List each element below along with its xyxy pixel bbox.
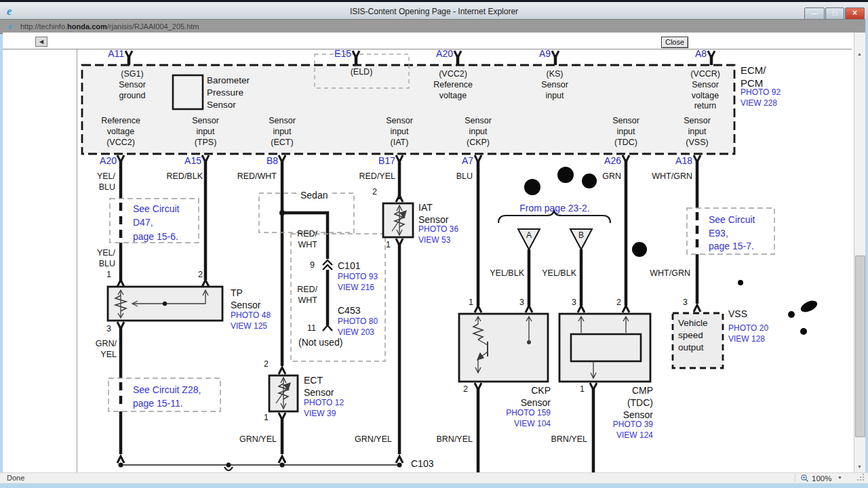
vss-name: VSS (728, 308, 747, 320)
vss-pin-3: 3 (675, 298, 688, 308)
scroll-up-button[interactable]: ▲ (854, 49, 865, 60)
wire-label-blu: BLU (441, 171, 473, 182)
wire-label-grn-yel-1: GRN/ YEL (84, 339, 117, 361)
ckp-node-dot (527, 340, 531, 344)
bus-dot (280, 463, 285, 468)
pin-label-a11: A11 (94, 48, 124, 60)
status-separator (795, 474, 795, 482)
cmp-sensor-name: CMP (TDC) Sensor (551, 384, 653, 422)
iat-photo-view-link[interactable]: PHOTO 36 VIEW 53 (418, 224, 458, 245)
cmp-photo-view-link[interactable]: PHOTO 39 VIEW 124 (551, 420, 653, 441)
ecm-input-ckp: Sensor input (CKP) (437, 116, 519, 148)
cmp-pin-3: 3 (566, 298, 576, 308)
ecm-label-ks: (KS) Sensor input (514, 69, 595, 101)
connector-pin-9: 9 (304, 260, 315, 271)
bus-dot (397, 463, 402, 468)
wire-label-brn-yel-1: BRN/YEL (427, 434, 473, 445)
bus-hop-symbol (224, 467, 233, 470)
window-right-border (865, 19, 868, 488)
ect-sensor-name: ECT Sensor (304, 374, 334, 399)
ecm-input-vss: Sensor input (VSS) (656, 116, 738, 148)
ecm-top-pin-terminals (125, 51, 715, 58)
ink-blobs (524, 167, 819, 335)
iat-pin-1: 1 (380, 240, 391, 251)
pin-label-a26: A26 (589, 155, 621, 167)
ecm-label-vcc2: (VCC2) Reference voltage (409, 69, 497, 101)
zoom-level[interactable]: 100% (812, 474, 831, 483)
ecm-top-pin-wires (129, 56, 711, 65)
c453-photo-view-link[interactable]: PHOTO 80 VIEW 203 (338, 317, 378, 338)
tp-photo-view-link[interactable]: PHOTO 48 VIEW 125 (231, 310, 271, 331)
ecm-label-eld: (ELD) (328, 67, 395, 78)
connector-c101: C101 (338, 260, 360, 272)
tp-pin-1: 1 (100, 270, 111, 281)
note-see-circuit-d47: See Circuit D47, page 15-6. (133, 202, 179, 243)
wire-label-wht-grn: WHT/GRN (645, 171, 692, 182)
wire-label-red-blk: RED/BLK (155, 171, 203, 182)
bus-dot (226, 463, 231, 468)
ecm-pcm-name: ECM/ PCM (741, 64, 766, 90)
pin-label-a15: A15 (172, 155, 201, 167)
ecm-label-sg1: (SG1) Sensor ground (92, 69, 173, 101)
cmp-sensor-box (559, 314, 650, 382)
wire-label-red-yel: RED/YEL (348, 171, 395, 182)
ie-window: e ISIS-Content Opening Page - Internet E… (0, 0, 868, 488)
ckp-photo-view-link[interactable]: PHOTO 159 VIEW 104 (449, 408, 551, 429)
pin-label-e15: E15 (321, 48, 351, 60)
connector-pin-11: 11 (300, 323, 316, 334)
note-sedan: Sedan (298, 189, 330, 201)
bus-dot (119, 463, 123, 468)
wire-label-yel-blk-a: YEL/BLK (479, 268, 524, 279)
wire-label-grn: GRN (591, 171, 621, 182)
junction-dot (279, 210, 285, 216)
note-see-circuit-z28: See Circuit Z28, page 15-11. (133, 383, 201, 411)
status-text: Done (7, 474, 24, 483)
ecm-input-vcc2: Reference voltage (VCC2) (80, 116, 161, 148)
note-see-circuit-e93: See Circuit E93, page 15-7. (709, 214, 755, 253)
scroll-down-icon: ▼ (857, 464, 862, 469)
wire-label-grn-yel-m2: GRN/YEL (344, 434, 392, 445)
resize-grip[interactable] (857, 475, 864, 482)
ckp-pin-1: 1 (462, 298, 473, 308)
iat-sensor-name: IAT Sensor (418, 201, 448, 226)
ecm-photo-view-link[interactable]: PHOTO 92 VIEW 228 (741, 87, 781, 108)
cmp-pin-2: 2 (610, 298, 621, 308)
ckp-sensor-box (459, 314, 548, 382)
pin-label-a7: A7 (443, 155, 473, 167)
triangle-a-label: A (522, 230, 536, 241)
wire-label-yel-blu: YEL/ BLU (83, 171, 115, 193)
connector-c103: C103 (411, 458, 433, 470)
tp-wiper-dot (163, 302, 167, 306)
vss-photo-view-link[interactable]: PHOTO 20 VIEW 128 (728, 323, 768, 344)
wire-label-red-wht-s1: RED/ WHT (285, 229, 317, 251)
note-from-page: From page 23-2. (497, 202, 612, 214)
triangle-b-label: B (574, 230, 588, 241)
ckp-sensor-name: CKP Sensor (449, 384, 551, 409)
pin-label-b17: B17 (364, 155, 395, 167)
status-bar (0, 472, 868, 484)
iat-pin-2: 2 (366, 187, 377, 198)
window-bottom-border (0, 483, 868, 488)
pin-label-a20-top: A20 (423, 48, 453, 60)
zoom-magnifier-icon (800, 474, 810, 483)
pin-label-a9: A9 (525, 48, 551, 60)
wire-label-red-wht: RED/WHT (229, 171, 277, 182)
ecm-label-vccr: (VCCR) Sensor voltage return (665, 69, 746, 112)
ect-photo-view-link[interactable]: PHOTO 12 VIEW 39 (304, 398, 344, 419)
ckp-pin-3: 3 (513, 298, 524, 308)
ecm-input-ect: Sensor input (ECT) (241, 116, 323, 148)
wire-label-wht-grn-2: WHT/GRN (643, 268, 690, 279)
c101-photo-view-link[interactable]: PHOTO 93 VIEW 216 (338, 272, 378, 293)
tp-pin-3: 3 (100, 324, 111, 335)
connector-c453: C453 (338, 304, 360, 317)
zoom-caret-icon[interactable]: ▼ (837, 475, 842, 481)
scrollbar-thumb[interactable] (855, 256, 865, 437)
wire-label-grn-yel-m1: GRN/YEL (229, 434, 277, 445)
barometer-sensor-label: Barometer Pressure Sensor (207, 75, 250, 110)
pin-label-a18: A18 (660, 155, 692, 167)
scroll-down-button[interactable]: ▼ (854, 462, 865, 472)
wire-label-red-wht-s2: RED/ WHT (285, 285, 317, 306)
bus-end-terminals (117, 456, 403, 463)
ecm-input-tdc: Sensor input (TDC) (585, 116, 667, 148)
pin-label-a20: A20 (87, 155, 117, 167)
